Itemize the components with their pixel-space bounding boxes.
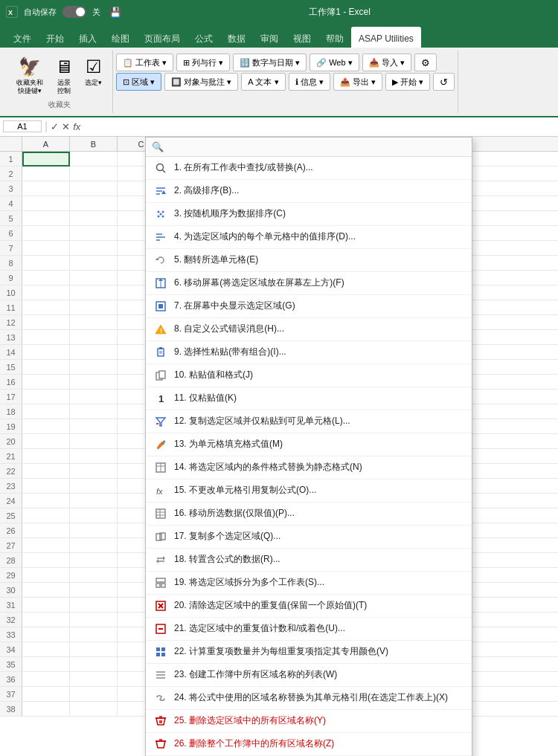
btn-text[interactable]: A 文本 ▾ [241, 73, 285, 91]
btn-settings[interactable]: ⚙ [414, 54, 437, 71]
dropdown-item-17[interactable]: 17. 复制多个选定区域(Q)... [146, 526, 472, 549]
tab-layout[interactable]: 页面布局 [137, 27, 187, 48]
btn-refresh[interactable]: ↺ [433, 73, 455, 91]
dropdown-item-12[interactable]: 12. 复制选定区域并仅粘贴到可见单元格(L)... [146, 410, 472, 433]
item-text-7: 7. 在屏幕中央显示选定区域(G) [174, 300, 464, 312]
tab-home[interactable]: 开始 [39, 27, 71, 48]
btn-col-row[interactable]: ⊞ 列与行 ▾ [176, 54, 230, 71]
dropdown-item-20[interactable]: 20. 清除选定区域中的重复值(保留一个原始值)(T) [146, 595, 472, 618]
dropdown-item-23[interactable]: 23. 创建工作簿中所有区域名称的列表(W) [146, 664, 472, 687]
tab-file[interactable]: 文件 [6, 27, 39, 48]
item-icon-list [153, 668, 168, 682]
btn-web[interactable]: 🔗 Web ▾ [310, 54, 359, 71]
item-icon-link [153, 691, 168, 705]
svg-rect-57 [156, 653, 160, 656]
btn-info[interactable]: ℹ 信息 ▾ [289, 73, 330, 91]
tab-review[interactable]: 审阅 [253, 27, 286, 48]
tab-view[interactable]: 视图 [286, 27, 318, 48]
tab-insert[interactable]: 插入 [71, 27, 104, 48]
col-header-b: B [70, 137, 118, 151]
web-icon: 🔗 [316, 58, 327, 68]
tab-asap[interactable]: ASAP Utilities [351, 27, 421, 48]
dropdown-item-3[interactable]: 3. 按随机顺序为数据排序(C) [146, 203, 472, 226]
search-icon: 🔍 [152, 141, 164, 152]
btn-start[interactable]: ▶ 开始 ▾ [385, 73, 430, 91]
info-icon: ℹ [295, 77, 298, 87]
cell-a1[interactable] [22, 152, 70, 167]
btn-region[interactable]: ⊡ 区域 ▾ [116, 73, 161, 91]
tab-draw[interactable]: 绘图 [104, 27, 137, 48]
formula-input[interactable] [83, 121, 555, 132]
dropdown-search-input[interactable] [168, 141, 466, 152]
item-icon-center [153, 299, 168, 314]
gear-icon: ⚙ [421, 57, 430, 68]
item-text-4: 4. 为选定区域内的每个单元格中的值排序(D)... [174, 230, 464, 243]
item-icon-sort2 [153, 230, 168, 245]
svg-point-10 [160, 213, 162, 215]
btn-object[interactable]: 🔲 对象与批注 ▾ [164, 73, 238, 91]
dropdown-item-21[interactable]: 21. 选定区域中的重复值计数和/或着色(U)... [146, 618, 472, 641]
btn-import[interactable]: 📥 导入 ▾ [362, 54, 411, 71]
autosave-toggle[interactable] [62, 6, 86, 18]
btn-favorites[interactable]: 🦅 收藏夹和快捷键▾ [12, 54, 48, 98]
item-text-1: 1. 在所有工作表中查找/或替换(A)... [174, 161, 464, 174]
ribbon-tabs: 文件 开始 插入 绘图 页面布局 公式 数据 审阅 视图 帮助 ASAP Uti… [0, 24, 558, 48]
item-text-11: 11. 仅粘贴值(K) [174, 392, 464, 404]
dropdown-item-1[interactable]: 1. 在所有工作表中查找/或替换(A)... [146, 157, 472, 180]
item-icon-condition [153, 460, 168, 475]
item-text-5: 5. 翻转所选单元格(E) [174, 253, 464, 266]
tab-data[interactable]: 数据 [220, 27, 253, 48]
dropdown-item-8[interactable]: !8. 自定义公式错误消息(H)... [146, 318, 472, 341]
dropdown-item-13[interactable]: 13. 为单元格填充格式值(M) [146, 433, 472, 456]
cell-reference[interactable] [3, 120, 42, 132]
item-text-16: 16. 移动所选数据(仅限值)(P)... [174, 507, 464, 520]
dropdown-item-15[interactable]: fx15. 不更改单元格引用复制公式(O)... [146, 479, 472, 503]
dropdown-item-16[interactable]: 16. 移动所选数据(仅限值)(P)... [146, 503, 472, 526]
dropdown-item-2[interactable]: 2. 高级排序(B)... [146, 180, 472, 203]
svg-rect-21 [158, 304, 163, 308]
svg-text:1: 1 [158, 393, 164, 404]
dropdown-item-22[interactable]: 22. 计算重复项数量并为每组重复项指定其专用颜色(V) [146, 641, 472, 664]
region-icon: ⊡ [123, 77, 129, 87]
item-icon-num1: 1 [153, 391, 168, 406]
svg-text:fx: fx [156, 487, 163, 496]
dropdown-item-5[interactable]: 5. 翻转所选单元格(E) [146, 249, 472, 272]
btn-export[interactable]: 📤 导出 ▾ [333, 73, 382, 91]
import-icon: 📥 [369, 58, 379, 68]
item-text-12: 12. 复制选定区域并仅粘贴到可见单元格(L)... [174, 415, 464, 427]
btn-select[interactable]: ☑ 选定▾ [80, 54, 106, 90]
svg-text:X: X [8, 9, 13, 16]
dropdown-item-6[interactable]: 6. 移动屏幕(将选定区域放在屏幕左上方)(F) [146, 272, 472, 295]
dropdown-item-14[interactable]: 14. 将选定区域内的条件格式替换为静态格式(N) [146, 456, 472, 479]
dropdown-item-19[interactable]: 19. 将选定区域拆分为多个工作表(S)... [146, 572, 472, 595]
export-icon: 📤 [340, 77, 350, 87]
btn-remote[interactable]: 🖥 远景控制 [51, 54, 77, 98]
dropdown-item-26[interactable]: 26. 删除整个工作簿中的所有区域名称(Z) [146, 733, 472, 756]
svg-point-12 [162, 215, 164, 217]
tab-help[interactable]: 帮助 [318, 27, 351, 48]
tab-formula[interactable]: 公式 [187, 27, 220, 48]
item-text-2: 2. 高级排序(B)... [174, 184, 464, 197]
favorites-icon: 🦅 [19, 56, 41, 77]
item-icon-refresh [153, 253, 168, 268]
number-icon: 🔢 [240, 58, 250, 68]
btn-worksheet[interactable]: 📋 工作表 ▾ [116, 54, 173, 71]
svg-rect-29 [159, 371, 165, 378]
cross-icon: ✕ [62, 121, 70, 132]
item-text-9: 9. 选择性粘贴(带有组合)(I)... [174, 346, 464, 358]
text-icon: A [248, 77, 253, 86]
excel-icon: X [6, 6, 18, 18]
btn-number-date[interactable]: 🔢 数字与日期 ▾ [233, 54, 307, 71]
dropdown-item-25[interactable]: 25. 删除选定区域中的所有区域名称(Y) [146, 710, 472, 733]
item-text-15: 15. 不更改单元格引用复制公式(O)... [174, 484, 464, 497]
dropdown-item-18[interactable]: 18. 转置含公式的数据(R)... [146, 549, 472, 572]
dropdown-item-4[interactable]: 4. 为选定区域内的每个单元格中的值排序(D)... [146, 226, 472, 249]
item-icon-paste [153, 345, 168, 360]
svg-rect-25 [159, 347, 162, 349]
dropdown-item-10[interactable]: 10. 粘贴值和格式(J) [146, 364, 472, 387]
item-text-10: 10. 粘贴值和格式(J) [174, 369, 464, 381]
dropdown-item-24[interactable]: 24. 将公式中使用的区域名称替换为其单元格引用(在选定工作表上)(X) [146, 687, 472, 710]
dropdown-item-11[interactable]: 111. 仅粘贴值(K) [146, 387, 472, 410]
dropdown-item-7[interactable]: 7. 在屏幕中央显示选定区域(G) [146, 295, 472, 318]
dropdown-item-9[interactable]: 9. 选择性粘贴(带有组合)(I)... [146, 341, 472, 364]
